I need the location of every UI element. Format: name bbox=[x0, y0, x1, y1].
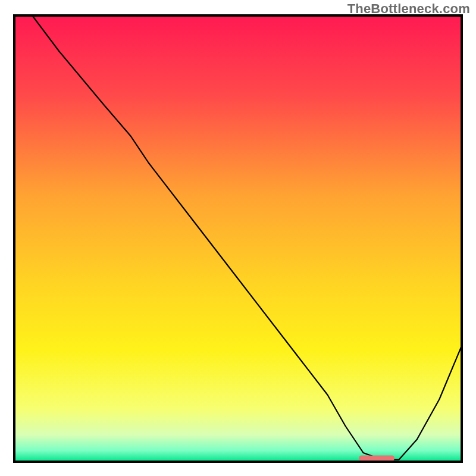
watermark-text: TheBottleneck.com bbox=[347, 1, 470, 17]
optimal-marker bbox=[359, 456, 394, 461]
bottleneck-chart bbox=[0, 0, 476, 476]
gradient-background bbox=[14, 15, 462, 462]
chart-container: TheBottleneck.com bbox=[0, 0, 476, 476]
